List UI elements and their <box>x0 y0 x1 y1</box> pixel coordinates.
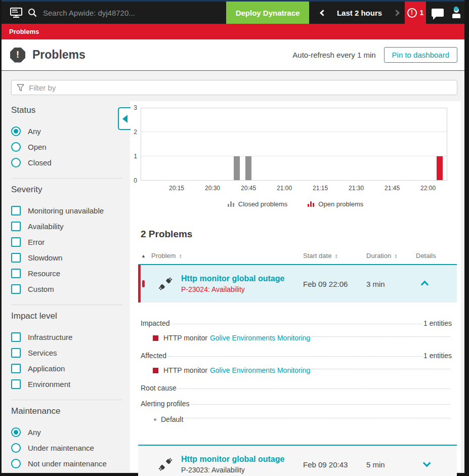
sort-icon: ▲▼ <box>394 253 397 258</box>
detail-label: Alerting profiles <box>141 400 190 408</box>
checkbox-unselected-icon[interactable] <box>11 253 21 263</box>
checkbox-unselected-icon[interactable] <box>11 348 21 358</box>
filter-option-any[interactable]: Any <box>11 424 122 440</box>
problem-start-date: Feb 09 20:43 <box>303 460 366 469</box>
filter-option-custom[interactable]: Custom <box>11 281 122 297</box>
open-problems-badge[interactable]: ! 1 <box>405 2 426 24</box>
chart-plot-area <box>141 108 447 181</box>
filter-option-error[interactable]: Error <box>11 234 122 250</box>
dotted-leader <box>178 388 450 389</box>
monitor-icon <box>10 8 22 18</box>
problem-title-block: Http monitor global outageP-23023: Avail… <box>181 455 303 474</box>
entity-severity-square-icon <box>153 335 158 341</box>
exclamation-circle-icon: ! <box>407 8 417 18</box>
x-axis-label: 20:15 <box>169 185 184 192</box>
column-header-problem[interactable]: Problem▲▼ <box>151 252 303 259</box>
checkbox-unselected-icon[interactable] <box>11 222 21 231</box>
x-axis-label: 22:00 <box>420 185 436 192</box>
problem-row[interactable]: Http monitor global outageP-23024: Avail… <box>138 265 457 302</box>
radio-unselected-icon[interactable] <box>11 142 21 152</box>
filter-option-label: Under maintenance <box>28 444 94 452</box>
pin-to-dashboard-button[interactable]: Pin to dashboard <box>384 47 457 63</box>
filter-option-open[interactable]: Open <box>11 139 122 155</box>
breadcrumb[interactable]: Problems <box>9 28 39 35</box>
filter-option-slowdown[interactable]: Slowdown <box>11 250 122 266</box>
legend-item-open-problems[interactable]: Open problems <box>308 200 363 208</box>
filter-option-label: Services <box>28 349 57 357</box>
open-problem-bar-icon <box>142 280 145 287</box>
filter-input[interactable] <box>29 83 452 92</box>
column-header-label: Details <box>416 252 436 259</box>
checkbox-unselected-icon[interactable] <box>11 237 21 247</box>
problem-id-severity: P-23023: Availability <box>181 466 303 474</box>
checkbox-unselected-icon[interactable] <box>11 379 21 389</box>
filter-option-closed[interactable]: Closed <box>11 155 122 170</box>
filter-option-services[interactable]: Services <box>11 345 122 361</box>
global-search[interactable] <box>28 2 195 24</box>
user-menu-button[interactable] <box>449 2 466 24</box>
filter-option-monitoring-unavailable[interactable]: Monitoring unavailable <box>11 203 122 219</box>
collapse-filters-button[interactable] <box>118 107 131 130</box>
problem-start-date: Feb 09 22:06 <box>303 280 366 288</box>
checkbox-unselected-icon[interactable] <box>11 364 21 373</box>
filter-option-label: Closed <box>28 158 52 167</box>
radio-unselected-icon[interactable] <box>11 443 21 453</box>
filter-option-any[interactable]: Any <box>11 123 122 139</box>
chart-legend: Closed problemsOpen problems <box>130 200 461 208</box>
entity-type: HTTP monitor <box>163 366 207 374</box>
problem-row[interactable]: Http monitor global outageP-23023: Avail… <box>138 446 457 476</box>
checkbox-unselected-icon[interactable] <box>11 284 21 294</box>
radio-selected-icon[interactable] <box>11 427 21 437</box>
mini-bar-chart-icon <box>308 201 314 207</box>
x-axis-label: 20:30 <box>205 185 220 192</box>
detail-label: Affected <box>141 352 166 360</box>
filter-option-environment[interactable]: Environment <box>11 376 122 392</box>
checkbox-unselected-icon[interactable] <box>11 206 21 215</box>
section-divider <box>11 178 122 179</box>
triangle-left-icon <box>122 115 127 123</box>
details-toggle-button[interactable] <box>416 279 457 288</box>
problems-table: ▲Problem▲▼Start date▲▼Duration▲▼Details … <box>138 252 457 476</box>
entity-severity-square-icon <box>153 368 158 373</box>
filter-option-label: Open <box>28 143 47 151</box>
problem-duration: 5 min <box>366 460 416 469</box>
sidebar-section-status: StatusAnyOpenClosed <box>11 105 122 170</box>
sort-direction-icon[interactable]: ▲ <box>141 253 151 258</box>
feedback-chat-button[interactable] <box>429 2 446 24</box>
chart-bar-closed-problems[interactable] <box>245 156 251 180</box>
detail-value: 1 entities <box>423 319 452 327</box>
deploy-dynatrace-button[interactable]: Deploy Dynatrace <box>226 2 309 24</box>
chat-icon <box>432 9 444 17</box>
timeframe-selector[interactable]: Last 2 hours <box>330 2 389 24</box>
radio-unselected-icon[interactable] <box>11 158 21 167</box>
column-header-start-date[interactable]: Start date▲▼ <box>303 252 366 259</box>
entity-link[interactable]: Golive Environments Monitoring <box>210 334 310 342</box>
chart-bar-open-problems[interactable] <box>437 156 443 180</box>
dotted-leader <box>312 369 450 369</box>
legend-label: Closed problems <box>238 200 288 208</box>
details-toggle-button[interactable] <box>416 460 457 469</box>
sidebar-section-title: Status <box>11 105 122 115</box>
filter-option-not-under-maintenance[interactable]: Not under maintenance <box>11 456 122 471</box>
timeframe-previous-button[interactable] <box>315 2 330 24</box>
problem-title-link[interactable]: Http monitor global outage <box>181 455 303 464</box>
checkbox-unselected-icon[interactable] <box>11 332 21 342</box>
filter-option-resource[interactable]: Resource <box>11 266 122 281</box>
entity-link[interactable]: Golive Environments Monitoring <box>210 366 310 374</box>
search-input[interactable] <box>43 9 195 17</box>
problems-chart: 0123 20:1520:3020:4521:0021:1521:3021:45… <box>130 101 461 213</box>
radio-unselected-icon[interactable] <box>11 459 21 468</box>
filter-option-application[interactable]: Application <box>11 361 122 376</box>
radio-selected-icon[interactable] <box>11 126 21 136</box>
filter-option-availability[interactable]: Availability <box>11 219 122 234</box>
environments-menu-button[interactable] <box>8 2 25 24</box>
problem-title-link[interactable]: Http monitor global outage <box>181 274 303 283</box>
legend-item-closed-problems[interactable]: Closed problems <box>228 200 288 208</box>
column-header-duration[interactable]: Duration▲▼ <box>366 252 416 259</box>
impacted-entity-row: HTTP monitorGolive Environments Monitori… <box>153 334 452 342</box>
checkbox-unselected-icon[interactable] <box>11 269 21 278</box>
timeframe-next-button[interactable] <box>389 2 404 24</box>
filter-option-infrastructure[interactable]: Infrastructure <box>11 329 122 345</box>
chart-bar-closed-problems[interactable] <box>234 156 240 180</box>
filter-option-under-maintenance[interactable]: Under maintenance <box>11 440 122 456</box>
